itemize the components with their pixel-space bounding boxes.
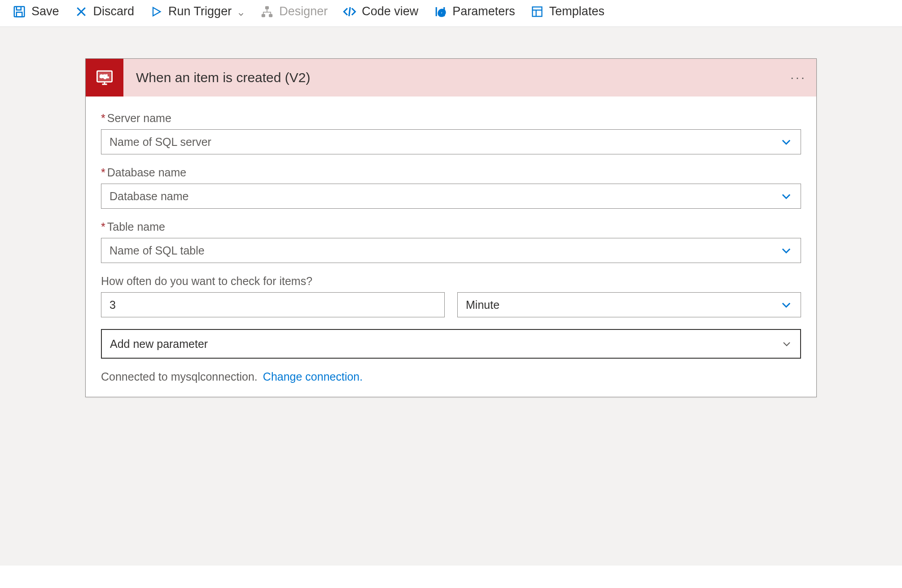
database-name-label: * Database name — [101, 166, 801, 179]
code-view-button[interactable]: Code view — [343, 4, 418, 18]
svg-rect-4 — [262, 14, 265, 17]
sql-connector-icon: SQL — [86, 59, 123, 97]
svg-rect-1 — [17, 12, 22, 17]
parameters-icon: @ — [433, 5, 447, 18]
play-icon — [149, 5, 163, 18]
trigger-card: SQL When an item is created (V2) ··· * S… — [85, 58, 817, 397]
save-button[interactable]: Save — [13, 4, 59, 18]
required-marker: * — [101, 166, 105, 179]
chevron-down-icon — [781, 338, 792, 349]
field-table-name: * Table name Name of SQL table — [101, 220, 801, 263]
code-icon — [343, 5, 356, 18]
svg-text:SQL: SQL — [100, 74, 109, 79]
discard-label: Discard — [93, 4, 135, 18]
templates-label: Templates — [549, 4, 604, 18]
save-icon — [13, 5, 26, 18]
chevron-down-icon — [780, 298, 793, 311]
table-name-value: Name of SQL table — [109, 244, 780, 257]
toolbar: Save Discard Run Trigger Designer Code v… — [0, 0, 902, 27]
change-connection-link[interactable]: Change connection. — [263, 370, 363, 383]
add-param-label: Add new parameter — [110, 338, 781, 351]
svg-line-6 — [349, 7, 350, 16]
chevron-down-icon — [780, 244, 793, 257]
card-body: * Server name Name of SQL server * Datab… — [86, 97, 816, 397]
server-name-dropdown[interactable]: Name of SQL server — [101, 129, 801, 154]
field-database-name: * Database name Database name — [101, 166, 801, 209]
required-marker: * — [101, 220, 105, 233]
server-name-label: * Server name — [101, 112, 801, 125]
svg-rect-8 — [532, 7, 542, 16]
parameters-label: Parameters — [452, 4, 515, 18]
table-name-dropdown[interactable]: Name of SQL table — [101, 238, 801, 263]
connection-status: Connected to mysqlconnection. Change con… — [101, 370, 801, 388]
code-view-label: Code view — [362, 4, 418, 18]
connection-text: Connected to mysqlconnection. — [101, 370, 258, 383]
recurrence-label: How often do you want to check for items… — [101, 275, 801, 288]
field-recurrence: How often do you want to check for items… — [101, 275, 801, 359]
interval-input[interactable]: 3 — [101, 292, 445, 317]
frequency-dropdown[interactable]: Minute — [457, 292, 801, 317]
svg-rect-3 — [266, 6, 269, 9]
chevron-down-icon — [237, 8, 245, 16]
card-menu-button[interactable]: ··· — [789, 70, 816, 85]
recurrence-row: 3 Minute — [101, 292, 801, 317]
server-name-value: Name of SQL server — [109, 136, 780, 149]
chevron-down-icon — [780, 190, 793, 202]
designer-canvas: SQL When an item is created (V2) ··· * S… — [0, 27, 902, 566]
run-trigger-button[interactable]: Run Trigger — [149, 4, 245, 18]
table-name-label: * Table name — [101, 220, 801, 233]
add-new-parameter-dropdown[interactable]: Add new parameter — [101, 329, 801, 359]
save-label: Save — [31, 4, 59, 18]
close-icon — [74, 5, 88, 18]
templates-button[interactable]: Templates — [530, 4, 604, 18]
designer-button: Designer — [260, 4, 328, 18]
card-title: When an item is created (V2) — [123, 70, 789, 85]
database-name-dropdown[interactable]: Database name — [101, 184, 801, 209]
field-server-name: * Server name Name of SQL server — [101, 112, 801, 154]
svg-marker-2 — [153, 7, 160, 16]
interval-value: 3 — [109, 298, 116, 312]
svg-rect-5 — [269, 14, 272, 17]
discard-button[interactable]: Discard — [74, 4, 135, 18]
parameters-button[interactable]: @ Parameters — [433, 4, 515, 18]
run-trigger-label: Run Trigger — [168, 4, 232, 18]
svg-text:@: @ — [438, 8, 446, 17]
frequency-value: Minute — [466, 298, 780, 312]
required-marker: * — [101, 112, 105, 125]
chevron-down-icon — [780, 136, 793, 148]
database-name-value: Database name — [109, 190, 780, 203]
templates-icon — [530, 5, 544, 18]
ellipsis-icon: ··· — [790, 70, 806, 85]
designer-icon — [260, 5, 274, 18]
card-header[interactable]: SQL When an item is created (V2) ··· — [86, 59, 816, 97]
designer-label: Designer — [279, 4, 328, 18]
